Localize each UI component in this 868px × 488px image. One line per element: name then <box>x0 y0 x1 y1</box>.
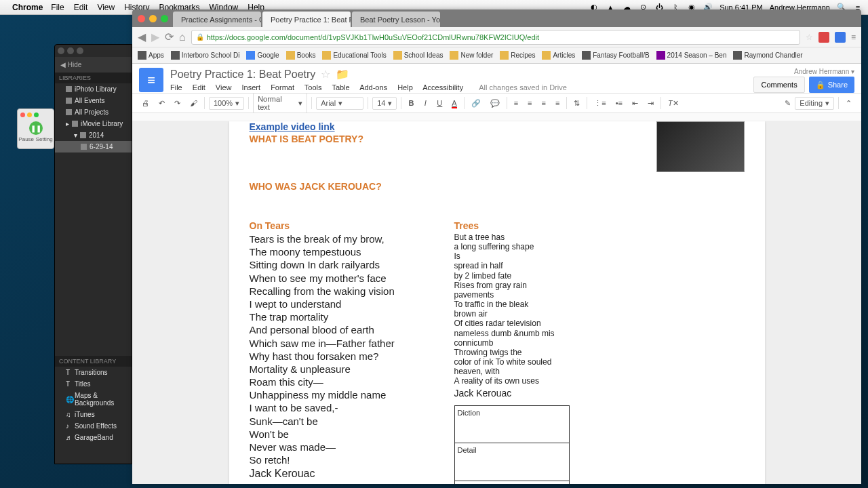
forward-button[interactable]: ▶ <box>151 30 159 43</box>
poem-body[interactable]: Tears is the break of my brow, The moony… <box>250 232 439 466</box>
print-icon[interactable]: 🖨 <box>139 98 152 108</box>
table-cell[interactable]: Detail <box>454 443 570 481</box>
menu-edit[interactable]: Edit <box>74 3 88 12</box>
line-spacing-icon[interactable]: ⇅ <box>571 98 583 109</box>
collapse-icon[interactable]: ⌃ <box>843 98 854 109</box>
poem-title[interactable]: On Tears <box>250 220 439 231</box>
back-button[interactable]: ◀ <box>138 30 146 43</box>
doc-title[interactable]: Poetry Practice 1: Beat Poetry <box>170 68 315 81</box>
bookmark[interactable]: School Ideas <box>393 51 443 60</box>
menu-icon[interactable]: ≡ <box>851 33 856 42</box>
bookmark[interactable]: New folder <box>450 51 493 60</box>
library-item[interactable]: iPhoto Library <box>55 83 132 95</box>
library-item[interactable]: All Events <box>55 95 132 106</box>
embedded-image[interactable] <box>656 121 745 172</box>
menu-file[interactable]: File <box>51 3 64 12</box>
content-item[interactable]: ♪Sound Effects <box>55 420 132 432</box>
bookmark[interactable]: Articles <box>542 51 575 60</box>
mode-select[interactable]: Editing ▾ <box>795 97 834 110</box>
star-icon[interactable]: ☆ <box>321 68 330 81</box>
extension-icon[interactable] <box>818 32 829 43</box>
bookmark[interactable]: Interboro School Di <box>171 51 240 60</box>
align-center-icon[interactable]: ≡ <box>525 98 534 108</box>
paint-format-icon[interactable]: 🖌 <box>187 98 200 108</box>
link-icon[interactable]: 🔗 <box>469 98 484 109</box>
comment-icon[interactable]: 💬 <box>488 98 502 109</box>
poem-title[interactable]: Trees <box>454 220 573 231</box>
redo-icon[interactable]: ↷ <box>172 98 183 109</box>
menu-help[interactable]: Help <box>397 83 413 92</box>
bold-icon[interactable]: B <box>406 98 416 108</box>
library-item-selected[interactable]: 6-29-14 <box>55 141 132 152</box>
library-item[interactable]: ▸iMovie Library <box>55 118 132 129</box>
menu-tools[interactable]: Tools <box>304 83 322 92</box>
reload-button[interactable]: ⟳ <box>165 30 174 43</box>
zoom-select[interactable]: 100% ▾ <box>209 97 244 110</box>
poem-author[interactable]: Jack Kerouac <box>454 388 573 399</box>
document-canvas[interactable]: Example video link WHAT IS BEAT POETRY? … <box>132 121 861 484</box>
url-input[interactable]: 🔒https://docs.google.com/document/d/1vpS… <box>191 30 800 45</box>
bookmark[interactable]: Fantasy Football/B <box>582 51 649 60</box>
share-button[interactable]: 🔒Share <box>809 77 854 93</box>
content-item[interactable]: TTransitions <box>55 367 132 378</box>
text-color-icon[interactable]: A <box>449 98 459 108</box>
content-item[interactable]: TTitles <box>55 378 132 390</box>
font-select[interactable]: Arial ▾ <box>316 97 363 110</box>
increase-indent-icon[interactable]: ⇥ <box>645 98 656 109</box>
clear-format-icon[interactable]: T✕ <box>665 98 682 109</box>
menu-view[interactable]: View <box>97 3 115 12</box>
table-cell[interactable]: Syntax <box>454 481 570 485</box>
bookmark[interactable]: 2014 Season – Ben <box>656 51 727 60</box>
window-controls[interactable] <box>55 45 132 57</box>
docs-logo-icon[interactable]: ≡ <box>139 68 163 92</box>
hide-button[interactable]: ◀ Hide <box>55 57 132 73</box>
folder-icon[interactable]: 📁 <box>336 68 349 81</box>
bookmark[interactable]: Books <box>286 51 316 60</box>
library-item[interactable]: ▾2014 <box>55 129 132 141</box>
content-item[interactable]: ♬GarageBand <box>55 432 132 443</box>
bookmark[interactable]: Raymond Chandler <box>733 51 802 60</box>
bookmark[interactable]: Educational Tools <box>322 51 386 60</box>
heading[interactable]: WHO WAS JACK KEROUAC? <box>250 181 745 192</box>
menu-file[interactable]: File <box>170 83 182 92</box>
decrease-indent-icon[interactable]: ⇤ <box>629 98 641 109</box>
align-left-icon[interactable]: ≡ <box>511 98 521 108</box>
menu-view[interactable]: View <box>216 83 232 92</box>
browser-tab[interactable]: Practice Assignments - C <box>173 12 261 27</box>
menu-addons[interactable]: Add-ons <box>359 83 387 92</box>
play-button[interactable]: ❚❚ <box>29 121 43 135</box>
account-name[interactable]: Andrew Herrmann ▾ <box>753 68 854 75</box>
menu-edit[interactable]: Edit <box>193 83 205 92</box>
align-right-icon[interactable]: ≡ <box>538 98 548 108</box>
comments-button[interactable]: Comments <box>753 77 804 93</box>
menu-format[interactable]: Format <box>271 83 294 92</box>
app-name[interactable]: Chrome <box>12 3 43 12</box>
browser-tab[interactable]: Beat Poetry Lesson - Yo <box>352 12 440 27</box>
bookmark[interactable]: Apps <box>138 51 164 60</box>
menu-table[interactable]: Table <box>332 83 349 92</box>
ruler[interactable] <box>132 113 861 121</box>
numbered-list-icon[interactable]: ⋮≡ <box>591 98 608 109</box>
library-item[interactable]: All Projects <box>55 106 132 118</box>
window-controls[interactable] <box>138 15 168 22</box>
bookmark[interactable]: Google <box>246 51 279 60</box>
poem-body[interactable]: But a tree has a long suffering shape Is… <box>454 232 573 386</box>
content-item[interactable]: ♫iTunes <box>55 409 132 420</box>
bookmark[interactable]: Recipes <box>500 51 535 60</box>
menu-accessibility[interactable]: Accessibility <box>422 83 463 92</box>
poem-author[interactable]: Jack Kerouac <box>250 468 439 480</box>
italic-icon[interactable]: I <box>420 98 430 108</box>
document-page[interactable]: Example video link WHAT IS BEAT POETRY? … <box>229 121 765 484</box>
style-select[interactable]: Normal text ▾ <box>253 93 307 113</box>
fontsize-select[interactable]: 14 ▾ <box>372 97 397 110</box>
table-cell[interactable]: Diction <box>454 405 570 443</box>
bulleted-list-icon[interactable]: •≡ <box>613 98 625 108</box>
underline-icon[interactable]: U <box>434 98 445 108</box>
star-icon[interactable]: ☆ <box>806 33 813 42</box>
browser-tab-active[interactable]: Poetry Practice 1: Beat P <box>262 12 351 27</box>
align-justify-icon[interactable]: ≡ <box>553 98 562 108</box>
undo-icon[interactable]: ↶ <box>156 98 167 109</box>
content-item[interactable]: 🌐Maps & Backgrounds <box>55 390 132 409</box>
home-button[interactable]: ⌂ <box>179 31 186 43</box>
extension-icon[interactable] <box>835 32 846 43</box>
